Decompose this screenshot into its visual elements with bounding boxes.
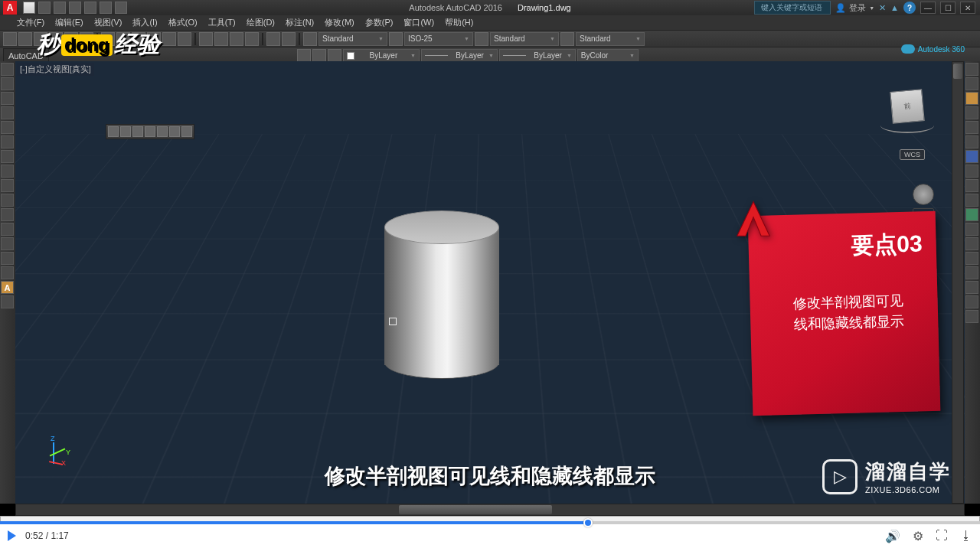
- block-tool-icon[interactable]: [1, 194, 14, 207]
- modify-tool-icon[interactable]: [965, 295, 978, 308]
- modify-tool-icon[interactable]: [965, 92, 978, 105]
- download-icon[interactable]: ⭳: [960, 529, 972, 543]
- modify-tool-icon[interactable]: [965, 223, 978, 236]
- new-icon[interactable]: [23, 2, 35, 14]
- user-login[interactable]: 👤 登录 ▼: [835, 2, 874, 14]
- lineweight-dropdown[interactable]: ByLayer: [499, 49, 576, 63]
- menu-edit[interactable]: 编辑(E): [51, 15, 88, 30]
- play-button[interactable]: [8, 530, 16, 541]
- print-icon[interactable]: [100, 2, 112, 14]
- cylinder-3d-object[interactable]: [381, 210, 503, 379]
- maximize-button[interactable]: ☐: [940, 2, 956, 14]
- textstyle-dropdown[interactable]: Standard: [318, 32, 387, 46]
- linetype-dropdown[interactable]: ByLayer: [421, 49, 498, 63]
- menu-help[interactable]: 帮助(H): [440, 15, 478, 30]
- menu-draw[interactable]: 绘图(D): [242, 15, 279, 30]
- modify-tool-icon[interactable]: [965, 237, 978, 250]
- app-store-icon[interactable]: ▲: [890, 3, 899, 12]
- steering-wheel-icon[interactable]: [913, 184, 934, 205]
- ucs-icon[interactable]: Z Y X: [46, 429, 84, 467]
- menu-window[interactable]: 窗口(W): [399, 15, 439, 30]
- minimize-button[interactable]: —: [920, 2, 936, 14]
- tablestyle-dropdown[interactable]: Standard: [490, 32, 559, 46]
- iso-icon[interactable]: [181, 126, 192, 137]
- menu-modify[interactable]: 修改(M): [320, 15, 359, 30]
- modify-tool-icon[interactable]: [965, 121, 978, 134]
- iso-icon[interactable]: [120, 126, 131, 137]
- tool-icon[interactable]: [18, 32, 32, 46]
- region-tool-icon[interactable]: [1, 237, 14, 250]
- save-icon[interactable]: [54, 2, 66, 14]
- undo-icon[interactable]: [69, 2, 81, 14]
- search-input[interactable]: 键入关键字或短语: [754, 1, 831, 15]
- tool-icon[interactable]: [282, 32, 296, 46]
- floating-view-toolbar[interactable]: [106, 124, 194, 139]
- modify-tool-icon[interactable]: [965, 281, 978, 294]
- circle-tool-icon[interactable]: [1, 92, 14, 105]
- tool-icon[interactable]: [178, 32, 191, 46]
- line-tool-icon[interactable]: [1, 63, 14, 76]
- app-logo[interactable]: A: [3, 1, 17, 15]
- autodesk-360-link[interactable]: Autodesk 360: [901, 44, 965, 54]
- hatch-tool-icon[interactable]: [1, 150, 14, 163]
- progress-track[interactable]: [0, 521, 980, 524]
- modify-tool-icon[interactable]: [965, 179, 978, 192]
- exchange-icon[interactable]: ✕: [879, 3, 886, 13]
- progress-thumb[interactable]: [583, 518, 593, 527]
- iso-icon[interactable]: [132, 126, 143, 137]
- table-tool-icon[interactable]: [1, 208, 14, 221]
- viewcube[interactable]: 前: [880, 84, 934, 138]
- modify-tool-icon[interactable]: [965, 63, 978, 76]
- iso-icon[interactable]: [145, 126, 155, 137]
- tool-icon[interactable]: [230, 32, 243, 46]
- modify-tool-icon[interactable]: [965, 165, 978, 178]
- tool-icon[interactable]: [266, 32, 280, 46]
- tool-icon[interactable]: [389, 32, 403, 46]
- help-icon[interactable]: ?: [903, 2, 916, 14]
- menu-view[interactable]: 视图(V): [90, 15, 127, 30]
- wipeout-tool-icon[interactable]: [1, 252, 14, 265]
- pline-tool-icon[interactable]: [1, 77, 14, 90]
- tool-icon[interactable]: [475, 32, 488, 46]
- tool-icon[interactable]: [245, 32, 259, 46]
- settings-icon[interactable]: ⚙: [913, 529, 923, 543]
- modify-tool-icon[interactable]: [965, 310, 978, 323]
- point-tool-icon[interactable]: [1, 179, 14, 192]
- iso-icon[interactable]: [157, 126, 168, 137]
- drawing-viewport[interactable]: [-]自定义视图[真实] 前 WCS ✥ 🔍 ⟳ ▦ Z Y X 修改半剖视图可…: [15, 61, 965, 504]
- menu-parametric[interactable]: 参数(P): [361, 15, 398, 30]
- spline-tool-icon[interactable]: [1, 165, 14, 178]
- menu-insert[interactable]: 插入(I): [128, 15, 162, 30]
- text-a-icon[interactable]: A: [1, 281, 14, 294]
- tool-icon[interactable]: [303, 32, 317, 46]
- wcs-badge[interactable]: WCS: [900, 149, 925, 160]
- tool-icon[interactable]: [199, 32, 213, 46]
- menu-dimension[interactable]: 标注(N): [281, 15, 318, 30]
- modify-tool-icon[interactable]: [965, 208, 978, 221]
- menu-format[interactable]: 格式(O): [164, 15, 202, 30]
- color-dropdown[interactable]: ByLayer: [343, 49, 420, 63]
- horizontal-scrollbar[interactable]: [15, 504, 965, 516]
- dimstyle-dropdown[interactable]: ISO-25: [404, 32, 473, 46]
- redo-icon[interactable]: [84, 2, 96, 14]
- tool-icon[interactable]: [1, 295, 14, 308]
- revcloud-tool-icon[interactable]: [1, 266, 14, 279]
- viewport-label[interactable]: [-]自定义视图[真实]: [17, 63, 94, 76]
- close-button[interactable]: ✕: [960, 2, 975, 14]
- modify-tool-icon[interactable]: [965, 77, 978, 90]
- modify-tool-icon[interactable]: [965, 266, 978, 279]
- viewcube-compass[interactable]: [880, 118, 934, 133]
- volume-icon[interactable]: 🔊: [885, 529, 900, 543]
- tool-icon[interactable]: [560, 32, 574, 46]
- modify-tool-icon[interactable]: [965, 150, 978, 163]
- layer-icon[interactable]: [297, 49, 311, 63]
- vertical-scrollbar[interactable]: [952, 61, 964, 504]
- iso-icon[interactable]: [169, 126, 180, 137]
- menu-file[interactable]: 文件(F): [12, 15, 49, 30]
- modify-tool-icon[interactable]: [965, 194, 978, 207]
- tool-icon[interactable]: [3, 32, 17, 46]
- modify-tool-icon[interactable]: [965, 106, 978, 119]
- layer-icon[interactable]: [312, 49, 326, 63]
- mtext-tool-icon[interactable]: [1, 223, 14, 236]
- open-icon[interactable]: [38, 2, 51, 14]
